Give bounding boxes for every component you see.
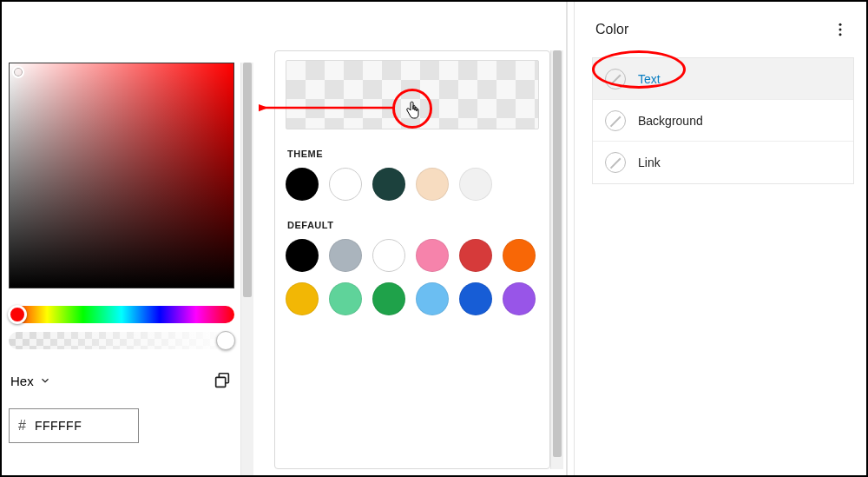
color-item-label: Link <box>638 156 661 169</box>
color-item-label: Background <box>638 114 703 128</box>
hue-slider[interactable] <box>9 306 234 323</box>
copy-color-button[interactable] <box>210 368 234 393</box>
theme-section-label: THEME <box>287 149 539 159</box>
swatch-theme-0[interactable] <box>286 168 319 201</box>
more-options-button[interactable] <box>830 19 851 40</box>
scrollbar-thumb[interactable] <box>553 50 562 457</box>
swatch-default-7[interactable] <box>329 282 362 315</box>
panel-divider <box>566 2 568 475</box>
hue-slider-handle[interactable] <box>8 305 27 324</box>
swatch-default-6[interactable] <box>286 282 319 315</box>
swatch-default-0[interactable] <box>286 239 319 272</box>
svg-point-2 <box>839 23 842 26</box>
default-swatch-row-2 <box>286 282 539 315</box>
color-settings-panel: Color Text Background Link <box>574 2 866 475</box>
theme-swatch-row <box>286 168 539 201</box>
color-item-text[interactable]: Text <box>593 58 853 100</box>
saturation-value-area[interactable] <box>9 63 234 288</box>
saturation-value-handle[interactable] <box>12 66 24 78</box>
default-section-label: DEFAULT <box>287 220 539 230</box>
swatch-default-11[interactable] <box>503 282 536 315</box>
swatch-default-1[interactable] <box>329 239 362 272</box>
none-swatch-icon <box>605 110 626 131</box>
svg-point-3 <box>839 29 842 31</box>
color-format-label: Hex <box>10 374 34 388</box>
swatch-theme-4[interactable] <box>459 168 492 201</box>
picker-scrollbar[interactable] <box>240 63 253 477</box>
color-item-background[interactable]: Background <box>593 100 853 142</box>
default-swatch-row-1 <box>286 239 539 272</box>
none-swatch-icon <box>605 69 626 89</box>
panel-title: Color <box>595 22 628 37</box>
none-swatch-icon <box>605 152 626 173</box>
swatch-default-8[interactable] <box>372 282 405 315</box>
swatch-default-4[interactable] <box>459 239 492 272</box>
swatch-theme-3[interactable] <box>416 168 449 201</box>
swatch-default-3[interactable] <box>416 239 449 272</box>
color-palette-popover: THEME DEFAULT <box>274 50 550 469</box>
alpha-slider-handle[interactable] <box>216 331 235 350</box>
chevron-down-icon <box>39 374 51 387</box>
swatch-default-9[interactable] <box>416 282 449 315</box>
svg-rect-1 <box>216 377 226 387</box>
swatch-theme-1[interactable] <box>329 168 362 201</box>
swatch-theme-2[interactable] <box>372 168 405 201</box>
swatch-default-10[interactable] <box>459 282 492 315</box>
color-format-select[interactable]: Hex <box>9 370 53 392</box>
palette-scrollbar[interactable] <box>550 50 563 469</box>
color-item-link[interactable]: Link <box>593 142 853 183</box>
scrollbar-thumb[interactable] <box>243 63 252 297</box>
hex-prefix: # <box>18 418 26 434</box>
alpha-slider[interactable] <box>9 332 234 349</box>
svg-point-4 <box>839 33 842 36</box>
color-item-label: Text <box>638 72 661 86</box>
hex-input-wrapper: # <box>9 408 139 443</box>
color-target-list: Text Background Link <box>592 57 854 184</box>
color-picker-panel: Hex # <box>9 63 245 443</box>
custom-color-button[interactable] <box>286 60 539 129</box>
hex-input[interactable] <box>33 418 129 434</box>
swatch-default-2[interactable] <box>372 239 405 272</box>
swatch-default-5[interactable] <box>503 239 536 272</box>
